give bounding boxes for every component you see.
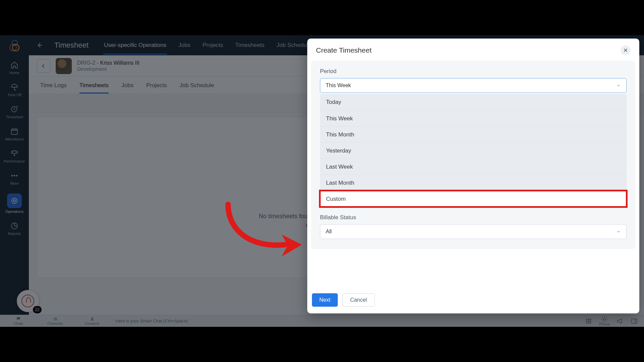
rail-operations[interactable]: Operations (0, 191, 29, 216)
opt-custom[interactable]: Custom (320, 191, 627, 207)
phone-button[interactable]: Phone (599, 316, 610, 326)
rail-home[interactable]: Home (0, 58, 29, 77)
svg-point-14 (586, 320, 587, 321)
rail-timesheet[interactable]: Timesheet (0, 102, 29, 121)
svg-point-5 (12, 198, 17, 203)
period-value: This Week (326, 82, 351, 88)
avatar (56, 58, 72, 74)
user-id: DRIG-2 - (77, 60, 100, 66)
period-select[interactable]: This Week (320, 78, 627, 93)
rail-timesheet-label: Timesheet (6, 115, 23, 119)
chatbar-channels[interactable]: Channels (37, 315, 74, 327)
billable-label: Billable Status (320, 214, 627, 221)
user-dept: Development (77, 66, 140, 72)
rail-more[interactable]: More (0, 169, 29, 187)
svg-point-2 (11, 175, 12, 176)
dialpad-icon[interactable] (585, 317, 592, 325)
help-badge: 22 (33, 306, 42, 313)
svg-point-10 (91, 317, 93, 319)
chatbar-channels-label: Channels (47, 321, 63, 325)
cancel-button[interactable]: Cancel (342, 293, 375, 307)
tab-timesheets[interactable]: Timesheets (234, 36, 265, 55)
svg-point-9 (55, 318, 57, 319)
create-timesheet-modal: Create Timesheet ✕ Period This Week Toda… (307, 39, 639, 313)
home-icon (10, 61, 19, 69)
ellipsis-icon (10, 171, 19, 180)
module-title: Timesheet (54, 41, 89, 50)
opt-this-week[interactable]: This Week (320, 110, 627, 126)
rail-performance-label: Performance (4, 159, 25, 163)
modal-header: Create Timesheet ✕ (307, 39, 639, 61)
product-logo (9, 40, 20, 51)
trophy-icon (10, 149, 19, 158)
rail-attendance[interactable]: Attendance (0, 124, 29, 143)
user-name: Kriss Williams III (100, 60, 139, 66)
svg-point-15 (588, 320, 589, 321)
megaphone-icon[interactable] (616, 317, 624, 325)
rail-performance[interactable]: Performance (0, 146, 29, 165)
chevron-down-icon (616, 229, 621, 234)
billable-value: All (326, 229, 332, 235)
rail-reports[interactable]: Reports (0, 219, 29, 238)
svg-point-12 (588, 319, 589, 320)
chat-bar: Chats Channels Contacts Here is your Sma… (0, 315, 644, 327)
svg-point-19 (590, 322, 591, 323)
opt-last-month[interactable]: Last Month (320, 175, 627, 191)
itab-job-schedule[interactable]: Job Schedule (179, 77, 214, 94)
itab-projects[interactable]: Projects (146, 77, 167, 94)
itab-timesheets[interactable]: Timesheets (79, 77, 109, 94)
clock-plus-icon (10, 105, 19, 114)
svg-rect-21 (632, 319, 637, 323)
tab-jobs[interactable]: Jobs (178, 36, 191, 55)
smart-chat-hint[interactable]: Here is your Smart Chat (Ctrl+Space) (111, 318, 579, 323)
help-bubble[interactable]: 22 (17, 290, 39, 312)
phone-label: Phone (599, 322, 610, 326)
itab-time-logs[interactable]: Time Logs (40, 77, 67, 94)
modal-title: Create Timesheet (316, 46, 372, 54)
svg-point-3 (14, 175, 15, 176)
app-window: Home Time Off Timesheet Attendance (0, 35, 644, 327)
rail-operations-label: Operations (5, 209, 23, 214)
billable-select[interactable]: All (320, 224, 627, 239)
pie-chart-icon (10, 222, 19, 230)
chevron-down-icon (616, 83, 621, 88)
umbrella-icon (10, 83, 19, 92)
tab-user-ops[interactable]: User-specific Operations (103, 36, 167, 55)
itab-jobs[interactable]: Jobs (121, 77, 133, 94)
opt-today[interactable]: Today (320, 94, 627, 110)
svg-rect-1 (11, 129, 17, 134)
svg-point-16 (590, 320, 591, 321)
svg-point-6 (13, 200, 15, 202)
opt-last-week[interactable]: Last Week (320, 159, 627, 175)
user-info: DRIG-2 - Kriss Williams III Development (77, 60, 140, 72)
chatbar-contacts-label: Contacts (85, 321, 99, 325)
rail-attendance-label: Attendance (5, 137, 24, 141)
modal-body: Period This Week Today This Week This Mo… (311, 61, 635, 249)
tab-projects[interactable]: Projects (202, 36, 224, 55)
svg-point-17 (586, 322, 587, 323)
svg-point-18 (588, 322, 589, 323)
calendar-icon (10, 127, 19, 136)
rail-more-label: More (10, 181, 18, 185)
chatbar-chats[interactable]: Chats (0, 315, 37, 327)
chatbar-right: Phone (579, 316, 644, 326)
back-arrow-icon[interactable] (36, 41, 44, 49)
opt-yesterday[interactable]: Yesterday (320, 142, 627, 159)
tab-job-schedule[interactable]: Job Schedule (276, 36, 312, 55)
left-rail: Home Time Off Timesheet Attendance (0, 35, 29, 327)
svg-point-8 (54, 318, 55, 319)
rail-timeoff[interactable]: Time Off (0, 80, 29, 99)
svg-point-20 (603, 318, 605, 320)
back-button[interactable] (37, 59, 50, 73)
close-icon[interactable]: ✕ (621, 45, 631, 55)
svg-point-11 (586, 319, 587, 320)
opt-this-month[interactable]: This Month (320, 126, 627, 142)
chatbar-contacts[interactable]: Contacts (74, 315, 111, 327)
modal-footer: Next Cancel (307, 287, 639, 313)
chatbar-chats-label: Chats (13, 321, 23, 325)
panel-icon[interactable] (631, 317, 638, 325)
next-button[interactable]: Next (312, 293, 338, 307)
svg-point-4 (16, 175, 17, 176)
headset-icon (21, 295, 34, 307)
rail-timeoff-label: Time Off (7, 93, 21, 97)
